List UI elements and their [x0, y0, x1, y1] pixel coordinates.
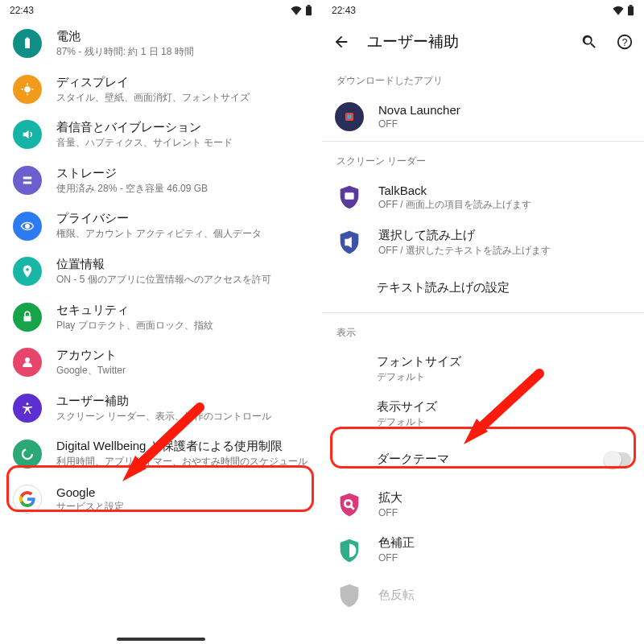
page-header: ユーザー補助 ? [322, 21, 644, 63]
battery-icon [13, 29, 42, 58]
display-icon [13, 75, 42, 104]
item-sub: OFF [378, 552, 631, 565]
settings-item-battery[interactable]: 電池87% - 残り時間: 約 1 日 18 時間 [0, 21, 322, 67]
item-display-size[interactable]: 表示サイズ デフォルト [322, 391, 644, 437]
status-time: 22:43 [332, 5, 356, 16]
item-title: ストレージ [56, 166, 309, 181]
item-title: アカウント [56, 348, 309, 363]
svg-point-11 [25, 224, 30, 229]
item-sub: サービスと設定 [56, 501, 309, 514]
item-sub: 権限、アカウント アクティビティ、個人データ [56, 228, 309, 241]
section-label-screenreader: スクリーン リーダー [322, 143, 644, 175]
svg-point-4 [24, 86, 31, 93]
settings-item-account[interactable]: アカウントGoogle、Twitter [0, 340, 322, 386]
item-title: Google [56, 485, 309, 499]
svg-rect-23 [348, 115, 352, 119]
svg-point-15 [27, 402, 29, 405]
back-icon[interactable] [332, 32, 351, 52]
item-title: フォントサイズ [377, 354, 631, 369]
item-title: ユーザー補助 [56, 394, 309, 409]
item-sub: ON - 5 個のアプリに位置情報へのアクセスを許可 [56, 274, 309, 287]
item-sub: デフォルト [377, 416, 631, 429]
item-title: 表示サイズ [377, 399, 631, 415]
help-icon[interactable]: ? [615, 32, 634, 52]
settings-item-storage[interactable]: ストレージ使用済み 28% - 空き容量 46.09 GB [0, 158, 322, 204]
status-bar: 22:43 [0, 0, 322, 21]
item-sub: スクリーン リーダー、表示、操作のコントロール [56, 411, 309, 423]
svg-rect-2 [25, 39, 30, 48]
item-sub: OFF / 画面上の項目を読み上げます [378, 199, 631, 212]
settings-item-a11y[interactable]: ユーザー補助スクリーン リーダー、表示、操作のコントロール [0, 386, 322, 431]
storage-icon [13, 166, 42, 195]
svg-rect-1 [308, 5, 311, 6]
search-icon[interactable] [580, 32, 599, 52]
item-title: セキュリティ [56, 303, 309, 318]
item-magnification[interactable]: 拡大 OFF [322, 482, 644, 528]
status-bar: 22:43 [322, 0, 644, 21]
sound-icon [13, 120, 42, 149]
item-sub: OFF [378, 507, 631, 520]
item-title: 位置情報 [56, 257, 309, 272]
svg-rect-9 [23, 177, 32, 180]
item-sub: OFF [378, 118, 631, 131]
item-title: 着信音とバイブレーション [56, 120, 309, 135]
svg-rect-13 [24, 316, 31, 321]
item-title: 選択して読み上げ [378, 228, 631, 243]
item-nova-launcher[interactable]: Nova Launcher OFF [322, 94, 644, 139]
battery-icon [305, 5, 312, 16]
dark-theme-toggle[interactable] [604, 452, 631, 467]
item-talkback[interactable]: TalkBack OFF / 画面上の項目を読み上げます [322, 175, 644, 220]
magnify-icon [335, 490, 364, 519]
nova-icon [341, 109, 357, 125]
item-select-to-speak[interactable]: 選択して読み上げ OFF / 選択したテキストを読み上げます [322, 220, 644, 266]
section-label-downloaded: ダウンロードしたアプリ [322, 63, 644, 94]
item-title: 色補正 [378, 535, 631, 551]
page-title: ユーザー補助 [367, 31, 564, 52]
location-icon [13, 257, 42, 286]
settings-item-display[interactable]: ディスプレイスタイル、壁紙、画面消灯、フォントサイズ [0, 67, 322, 113]
settings-item-wellbeing[interactable]: Digital Wellbeing と保護者による使用制限利用時間、アプリタイマ… [0, 431, 322, 477]
item-color-inversion[interactable]: 色反転 [322, 573, 644, 618]
item-title: 色反転 [378, 588, 631, 603]
account-icon [13, 348, 42, 377]
svg-point-12 [26, 268, 29, 271]
wifi-icon [291, 6, 302, 15]
nav-hint [117, 638, 205, 641]
svg-rect-18 [628, 6, 634, 15]
privacy-icon [13, 212, 42, 241]
svg-rect-24 [345, 192, 353, 200]
item-font-size[interactable]: フォントサイズ デフォルト [322, 346, 644, 392]
item-title: ダークテーマ [377, 452, 589, 467]
item-dark-theme[interactable]: ダークテーマ [322, 437, 644, 482]
google-icon [13, 485, 42, 514]
right-phone: 22:43 ユーザー補助 ? ダウンロードしたアプリ Nova Launcher [322, 0, 644, 644]
item-sub: スタイル、壁紙、画面消灯、フォントサイズ [56, 92, 309, 105]
status-time: 22:43 [10, 5, 34, 16]
section-label-display: 表示 [322, 315, 644, 346]
battery-icon [627, 5, 634, 16]
item-sub: 音量、ハプティクス、サイレント モード [56, 137, 309, 150]
settings-item-google[interactable]: Googleサービスと設定 [0, 477, 322, 522]
color-inv-icon [335, 581, 364, 610]
security-icon [13, 303, 42, 332]
settings-item-security[interactable]: セキュリティPlay プロテクト、画面ロック、指紋 [0, 295, 322, 341]
item-sub: デフォルト [377, 371, 631, 384]
item-color-correction[interactable]: 色補正 OFF [322, 527, 644, 573]
item-sub: 使用済み 28% - 空き容量 46.09 GB [56, 183, 309, 196]
settings-item-location[interactable]: 位置情報ON - 5 個のアプリに位置情報へのアクセスを許可 [0, 249, 322, 295]
item-sub: Play プロテクト、画面ロック、指紋 [56, 320, 309, 332]
svg-point-14 [25, 357, 30, 362]
item-title: TalkBack [378, 184, 631, 197]
svg-rect-0 [306, 6, 312, 15]
settings-item-sound[interactable]: 着信音とバイブレーション音量、ハプティクス、サイレント モード [0, 112, 322, 158]
settings-item-privacy[interactable]: プライバシー権限、アカウント アクティビティ、個人データ [0, 203, 322, 249]
item-sub: Google、Twitter [56, 365, 309, 378]
wifi-icon [613, 6, 624, 15]
item-title: テキスト読み上げの設定 [377, 280, 631, 295]
item-tts[interactable]: テキスト読み上げの設定 [322, 266, 644, 311]
item-title: プライバシー [56, 211, 309, 226]
svg-rect-10 [23, 182, 32, 184]
item-title: 電池 [56, 29, 309, 44]
item-title: Nova Launcher [378, 103, 631, 117]
item-sub: OFF / 選択したテキストを読み上げます [378, 245, 631, 258]
